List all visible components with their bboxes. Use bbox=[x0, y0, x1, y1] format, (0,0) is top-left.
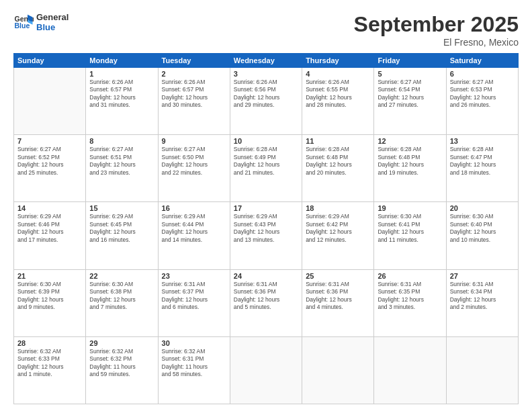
week-row-4: 21Sunrise: 6:30 AM Sunset: 6:39 PM Dayli… bbox=[14, 269, 519, 336]
day-info: Sunrise: 6:30 AM Sunset: 6:40 PM Dayligh… bbox=[450, 213, 515, 244]
col-tuesday: Tuesday bbox=[158, 54, 230, 68]
day-info: Sunrise: 6:28 AM Sunset: 6:49 PM Dayligh… bbox=[234, 146, 298, 177]
table-row: 27Sunrise: 6:31 AM Sunset: 6:34 PM Dayli… bbox=[446, 269, 518, 336]
table-row: 1Sunrise: 6:26 AM Sunset: 6:57 PM Daylig… bbox=[86, 68, 158, 135]
day-info: Sunrise: 6:27 AM Sunset: 6:51 PM Dayligh… bbox=[89, 146, 154, 177]
week-row-1: 1Sunrise: 6:26 AM Sunset: 6:57 PM Daylig… bbox=[14, 68, 519, 135]
day-number: 20 bbox=[450, 204, 515, 212]
day-number: 2 bbox=[162, 70, 226, 78]
day-info: Sunrise: 6:29 AM Sunset: 6:45 PM Dayligh… bbox=[89, 213, 154, 244]
day-number: 6 bbox=[450, 70, 515, 78]
table-row: 23Sunrise: 6:31 AM Sunset: 6:37 PM Dayli… bbox=[158, 269, 230, 336]
table-row: 9Sunrise: 6:27 AM Sunset: 6:50 PM Daylig… bbox=[158, 135, 230, 202]
table-row: 7Sunrise: 6:27 AM Sunset: 6:52 PM Daylig… bbox=[14, 135, 86, 202]
table-row: 5Sunrise: 6:27 AM Sunset: 6:54 PM Daylig… bbox=[374, 68, 446, 135]
table-row: 19Sunrise: 6:30 AM Sunset: 6:41 PM Dayli… bbox=[374, 202, 446, 269]
day-number: 3 bbox=[234, 70, 298, 78]
calendar-table: Sunday Monday Tuesday Wednesday Thursday… bbox=[13, 53, 519, 404]
day-number: 17 bbox=[234, 204, 298, 212]
week-row-2: 7Sunrise: 6:27 AM Sunset: 6:52 PM Daylig… bbox=[14, 135, 519, 202]
logo-blue-text: Blue bbox=[36, 22, 69, 32]
table-row: 15Sunrise: 6:29 AM Sunset: 6:45 PM Dayli… bbox=[86, 202, 158, 269]
table-row: 22Sunrise: 6:30 AM Sunset: 6:38 PM Dayli… bbox=[86, 269, 158, 336]
day-number: 21 bbox=[17, 272, 82, 280]
day-number: 8 bbox=[89, 137, 154, 145]
header: General Blue General Blue September 2025… bbox=[13, 12, 519, 48]
table-row: 26Sunrise: 6:31 AM Sunset: 6:35 PM Dayli… bbox=[374, 269, 446, 336]
logo-icon: General Blue bbox=[13, 12, 34, 32]
day-number: 25 bbox=[306, 272, 370, 280]
day-info: Sunrise: 6:27 AM Sunset: 6:50 PM Dayligh… bbox=[162, 146, 226, 177]
title-block: September 2025 El Fresno, Mexico bbox=[354, 12, 519, 48]
day-number: 23 bbox=[162, 272, 226, 280]
day-number: 15 bbox=[89, 204, 154, 212]
day-info: Sunrise: 6:32 AM Sunset: 6:33 PM Dayligh… bbox=[17, 348, 82, 379]
logo: General Blue General Blue bbox=[13, 12, 69, 32]
table-row bbox=[230, 336, 302, 404]
day-info: Sunrise: 6:27 AM Sunset: 6:54 PM Dayligh… bbox=[378, 79, 442, 109]
day-number: 9 bbox=[162, 137, 226, 145]
col-sunday: Sunday bbox=[14, 54, 86, 68]
location: El Fresno, Mexico bbox=[354, 37, 519, 48]
day-info: Sunrise: 6:32 AM Sunset: 6:31 PM Dayligh… bbox=[162, 348, 226, 379]
table-row: 25Sunrise: 6:31 AM Sunset: 6:36 PM Dayli… bbox=[302, 269, 374, 336]
col-wednesday: Wednesday bbox=[230, 54, 302, 68]
table-row: 21Sunrise: 6:30 AM Sunset: 6:39 PM Dayli… bbox=[14, 269, 86, 336]
col-thursday: Thursday bbox=[302, 54, 374, 68]
table-row bbox=[374, 336, 446, 404]
day-info: Sunrise: 6:31 AM Sunset: 6:35 PM Dayligh… bbox=[378, 281, 442, 312]
day-number: 27 bbox=[450, 272, 515, 280]
table-row: 10Sunrise: 6:28 AM Sunset: 6:49 PM Dayli… bbox=[230, 135, 302, 202]
day-info: Sunrise: 6:31 AM Sunset: 6:36 PM Dayligh… bbox=[306, 281, 370, 312]
day-info: Sunrise: 6:26 AM Sunset: 6:56 PM Dayligh… bbox=[234, 79, 298, 109]
table-row: 16Sunrise: 6:29 AM Sunset: 6:44 PM Dayli… bbox=[158, 202, 230, 269]
table-row: 17Sunrise: 6:29 AM Sunset: 6:43 PM Dayli… bbox=[230, 202, 302, 269]
week-row-3: 14Sunrise: 6:29 AM Sunset: 6:46 PM Dayli… bbox=[14, 202, 519, 269]
day-info: Sunrise: 6:31 AM Sunset: 6:36 PM Dayligh… bbox=[234, 281, 298, 312]
day-info: Sunrise: 6:31 AM Sunset: 6:34 PM Dayligh… bbox=[450, 281, 515, 312]
day-number: 29 bbox=[89, 339, 154, 347]
table-row: 3Sunrise: 6:26 AM Sunset: 6:56 PM Daylig… bbox=[230, 68, 302, 135]
page: General Blue General Blue September 2025… bbox=[0, 0, 532, 411]
table-row bbox=[446, 336, 518, 404]
col-monday: Monday bbox=[86, 54, 158, 68]
day-info: Sunrise: 6:28 AM Sunset: 6:47 PM Dayligh… bbox=[450, 146, 515, 177]
day-number: 28 bbox=[17, 339, 82, 347]
day-info: Sunrise: 6:26 AM Sunset: 6:57 PM Dayligh… bbox=[162, 79, 226, 109]
week-row-5: 28Sunrise: 6:32 AM Sunset: 6:33 PM Dayli… bbox=[14, 336, 519, 404]
col-friday: Friday bbox=[374, 54, 446, 68]
day-info: Sunrise: 6:32 AM Sunset: 6:32 PM Dayligh… bbox=[89, 348, 154, 379]
day-number: 24 bbox=[234, 272, 298, 280]
month-year: September 2025 bbox=[354, 12, 519, 37]
table-row: 28Sunrise: 6:32 AM Sunset: 6:33 PM Dayli… bbox=[14, 336, 86, 404]
day-info: Sunrise: 6:29 AM Sunset: 6:44 PM Dayligh… bbox=[162, 213, 226, 244]
day-info: Sunrise: 6:27 AM Sunset: 6:53 PM Dayligh… bbox=[450, 79, 515, 109]
day-number: 10 bbox=[234, 137, 298, 145]
day-number: 1 bbox=[89, 70, 154, 78]
day-info: Sunrise: 6:30 AM Sunset: 6:38 PM Dayligh… bbox=[89, 281, 154, 312]
day-number: 22 bbox=[89, 272, 154, 280]
day-info: Sunrise: 6:27 AM Sunset: 6:52 PM Dayligh… bbox=[17, 146, 82, 177]
day-number: 12 bbox=[378, 137, 442, 145]
day-info: Sunrise: 6:28 AM Sunset: 6:48 PM Dayligh… bbox=[306, 146, 370, 177]
col-saturday: Saturday bbox=[446, 54, 518, 68]
table-row: 18Sunrise: 6:29 AM Sunset: 6:42 PM Dayli… bbox=[302, 202, 374, 269]
day-number: 13 bbox=[450, 137, 515, 145]
table-row: 11Sunrise: 6:28 AM Sunset: 6:48 PM Dayli… bbox=[302, 135, 374, 202]
day-number: 16 bbox=[162, 204, 226, 212]
day-number: 19 bbox=[378, 204, 442, 212]
table-row bbox=[14, 68, 86, 135]
day-number: 18 bbox=[306, 204, 370, 212]
day-info: Sunrise: 6:30 AM Sunset: 6:39 PM Dayligh… bbox=[17, 281, 82, 312]
day-info: Sunrise: 6:26 AM Sunset: 6:57 PM Dayligh… bbox=[89, 79, 154, 109]
day-number: 7 bbox=[17, 137, 82, 145]
logo-general-text: General bbox=[36, 12, 69, 22]
day-info: Sunrise: 6:29 AM Sunset: 6:43 PM Dayligh… bbox=[234, 213, 298, 244]
day-info: Sunrise: 6:28 AM Sunset: 6:48 PM Dayligh… bbox=[378, 146, 442, 177]
svg-text:Blue: Blue bbox=[15, 21, 30, 30]
table-row: 4Sunrise: 6:26 AM Sunset: 6:55 PM Daylig… bbox=[302, 68, 374, 135]
table-row: 20Sunrise: 6:30 AM Sunset: 6:40 PM Dayli… bbox=[446, 202, 518, 269]
day-number: 30 bbox=[162, 339, 226, 347]
table-row bbox=[302, 336, 374, 404]
day-info: Sunrise: 6:29 AM Sunset: 6:42 PM Dayligh… bbox=[306, 213, 370, 244]
